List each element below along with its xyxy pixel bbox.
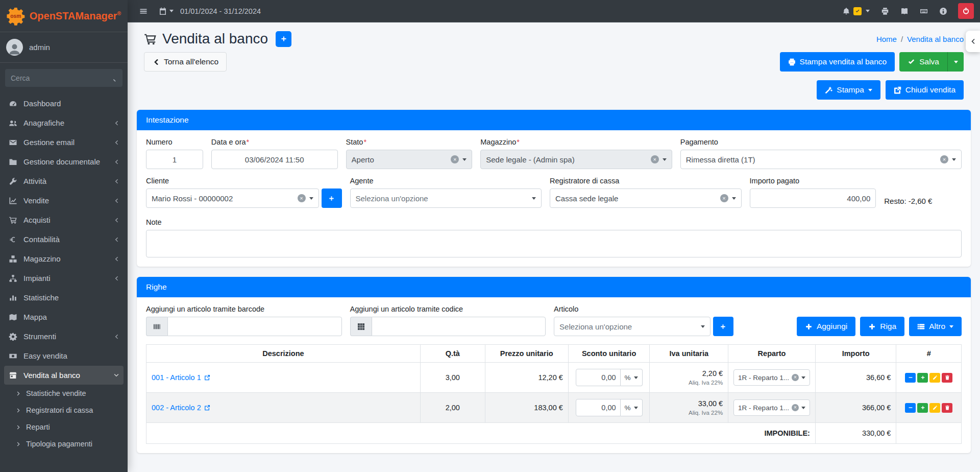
sconto-unit-select[interactable]: %	[621, 399, 643, 416]
search-button[interactable]	[103, 69, 122, 87]
control-sidebar-toggle[interactable]	[966, 31, 980, 52]
clear-icon[interactable]: ×	[298, 194, 306, 202]
manual-button[interactable]	[895, 4, 914, 18]
importo-pagato-input[interactable]	[750, 188, 876, 208]
plus-icon	[920, 375, 925, 380]
delete-row-button[interactable]	[942, 373, 952, 383]
sidebar-item-easy-vendita[interactable]: Easy vendita	[4, 346, 124, 365]
sidebar-item-vendita-al-banco[interactable]: Vendita al banco	[4, 366, 124, 385]
edit-row-button[interactable]	[929, 373, 940, 383]
sidebar-item-attivita[interactable]: Attività	[4, 172, 124, 191]
breadcrumb-home-link[interactable]: Home	[876, 35, 897, 43]
sconto-input[interactable]	[576, 369, 621, 386]
note-input[interactable]	[146, 230, 962, 257]
riga-button[interactable]: Riga	[860, 317, 904, 336]
logout-button[interactable]	[958, 3, 974, 19]
sidebar-subitem-registratori-di-cassa[interactable]: Registratori di cassa	[4, 402, 124, 418]
cliente-select[interactable]: Mario Rossi - 00000002 ×	[146, 188, 319, 208]
sidebar-item-vendite[interactable]: Vendite	[4, 191, 124, 210]
add-cliente-button[interactable]	[322, 188, 342, 208]
numero-input[interactable]	[146, 150, 203, 169]
period-picker-button[interactable]	[153, 4, 179, 18]
reparto-select[interactable]: 1R - Reparto 1... ×	[733, 369, 810, 386]
sidebar-subitem-statistiche-vendite[interactable]: Statistiche vendite	[4, 385, 124, 402]
clear-icon[interactable]: ×	[451, 155, 459, 163]
altro-dropdown-button[interactable]: Altro	[909, 317, 962, 336]
registratore-select[interactable]: Cassa sede legale ×	[550, 188, 742, 208]
data-ora-input[interactable]	[211, 150, 338, 169]
table-footer-row: IMPONIBILE: 330,00 €	[146, 423, 962, 444]
increase-qty-button[interactable]	[917, 373, 928, 383]
clear-icon[interactable]: ×	[792, 404, 799, 411]
article-link[interactable]: 001 - Articolo 1	[152, 373, 210, 382]
bell-icon	[842, 7, 850, 15]
delete-row-button[interactable]	[942, 403, 952, 413]
clear-icon[interactable]: ×	[792, 374, 799, 381]
intestazione-card: Intestazione Numero Data e ora* Stato*	[137, 110, 971, 267]
plus-icon	[920, 405, 925, 410]
brand-name: OpenSTAManager®	[30, 10, 121, 22]
add-articolo-button[interactable]	[713, 317, 733, 336]
clear-icon[interactable]: ×	[651, 155, 659, 163]
print-sale-button[interactable]: Stampa vendita al banco	[780, 52, 895, 72]
sidebar-item-acquisti[interactable]: Acquisti	[4, 210, 124, 229]
sidebar-item-gestione-email[interactable]: Gestione email	[4, 133, 124, 152]
sidebar-subitem-reparti[interactable]: Reparti	[4, 419, 124, 435]
pagamento-select[interactable]: Rimessa diretta (1T) ×	[680, 150, 962, 169]
sidebar-subitem-tipologia-pagamenti[interactable]: Tipologia pagamenti	[4, 436, 124, 452]
info-button[interactable]	[934, 4, 953, 18]
sidebar-item-dashboard[interactable]: Dashboard	[4, 94, 124, 113]
articolo-label: Articolo	[554, 305, 733, 313]
sidebar-item-gestione-documentale[interactable]: Gestione documentale	[4, 152, 124, 171]
save-button[interactable]: Salva	[899, 52, 947, 72]
shortcuts-button[interactable]	[914, 4, 934, 18]
date-range[interactable]: 01/01/2024 - 31/12/2024	[180, 7, 261, 15]
col-prezzo: Prezzo unitario	[485, 345, 568, 363]
new-record-button[interactable]	[276, 31, 291, 47]
codice-input[interactable]	[372, 317, 546, 336]
aliquota-text: Aliq. Iva 22%	[655, 380, 723, 386]
barcode-input[interactable]	[167, 317, 342, 336]
stato-select[interactable]: Aperto ×	[346, 150, 473, 169]
save-dropdown-toggle[interactable]	[947, 52, 964, 72]
user-name[interactable]: admin	[29, 43, 50, 52]
caret-down-icon	[866, 10, 870, 12]
clear-icon[interactable]: ×	[720, 194, 728, 202]
magazzino-select[interactable]: Sede legale - (Admin spa) ×	[480, 150, 672, 169]
sconto-input[interactable]	[576, 399, 621, 416]
aggiungi-button[interactable]: Aggiungi	[797, 317, 855, 336]
sidebar-item-anagrafiche[interactable]: Anagrafiche	[4, 113, 124, 132]
reparto-select[interactable]: 1R - Reparto 1... ×	[733, 399, 810, 416]
print-dropdown-button[interactable]: Stampa	[817, 80, 880, 100]
article-link[interactable]: 002 - Articolo 2	[152, 404, 210, 412]
brand[interactable]: osm OpenSTAManager®	[0, 0, 128, 32]
decrease-qty-button[interactable]	[905, 403, 916, 413]
sidebar-item-mappa[interactable]: Mappa	[4, 308, 124, 326]
row-actions	[901, 373, 956, 383]
notifications-button[interactable]	[837, 4, 875, 18]
registratore-label: Registratore di cassa	[550, 177, 742, 185]
breadcrumb-current-link[interactable]: Vendita al banco	[907, 35, 964, 43]
sidebar-item-magazzino[interactable]: Magazzino	[4, 249, 124, 268]
menu-toggle-button[interactable]	[134, 4, 153, 18]
caret-down-icon	[169, 10, 174, 12]
clear-icon[interactable]: ×	[940, 155, 948, 163]
close-sale-button[interactable]: Chiudi vendita	[886, 80, 964, 100]
calendar-icon	[159, 7, 167, 15]
sconto-unit-select[interactable]: %	[621, 369, 643, 386]
col-actions: #	[896, 345, 962, 363]
sidebar-item-strumenti[interactable]: Strumenti	[4, 327, 124, 346]
search-input[interactable]	[5, 69, 103, 87]
chart-line-icon	[8, 197, 18, 205]
sidebar-item-impianti[interactable]: Impianti	[4, 269, 124, 288]
sidebar-item-statistiche[interactable]: Statistiche	[4, 288, 124, 307]
sidebar-item-contabilita[interactable]: Contabilità	[4, 230, 124, 249]
edit-row-button[interactable]	[929, 403, 940, 413]
articolo-select[interactable]: Seleziona un'opzione	[554, 317, 710, 336]
print-shortcut-button[interactable]	[875, 4, 895, 18]
increase-qty-button[interactable]	[917, 403, 928, 413]
agente-select[interactable]: Seleziona un'opzione	[350, 188, 542, 208]
importo-cell: 36,60 €	[815, 363, 896, 393]
back-to-list-button[interactable]: Torna all'elenco	[144, 52, 227, 72]
decrease-qty-button[interactable]	[905, 373, 916, 383]
